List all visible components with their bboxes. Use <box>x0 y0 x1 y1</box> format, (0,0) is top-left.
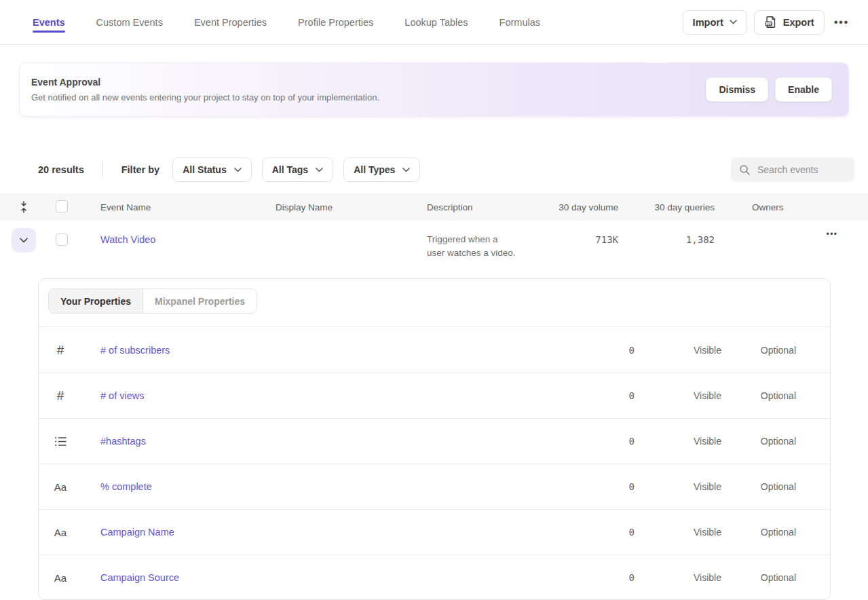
chevron-down-icon <box>402 168 410 172</box>
number-type-icon: # <box>39 343 82 358</box>
export-button-label: Export <box>783 17 814 28</box>
more-menu-icon[interactable]: ••• <box>831 10 852 35</box>
property-visibility: Visible <box>635 572 721 583</box>
events-table-header: Event Name Display Name Description 30 d… <box>0 193 868 221</box>
event-approval-banner: Event Approval Get notified on all new e… <box>19 62 849 117</box>
tags-filter-dropdown[interactable]: All Tags <box>262 157 333 182</box>
property-visibility: Visible <box>635 345 721 356</box>
chevron-down-icon <box>316 168 323 172</box>
property-requirement: Optional <box>721 390 796 401</box>
nav-tabs: Events Custom Events Event Properties Pr… <box>33 0 540 44</box>
search-input[interactable] <box>757 164 846 175</box>
types-filter-label: All Types <box>354 164 395 175</box>
property-value: 0 <box>553 390 635 401</box>
top-nav: Events Custom Events Event Properties Pr… <box>0 0 868 45</box>
status-filter-dropdown[interactable]: All Status <box>172 157 252 182</box>
properties-segmented-control: Your Properties Mixpanel Properties <box>48 288 257 314</box>
divider <box>102 161 103 179</box>
svg-text:csv: csv <box>766 22 772 26</box>
property-link[interactable]: # of views <box>82 390 144 401</box>
property-row: Aa % complete 0 Visible Optional <box>39 464 830 509</box>
banner-actions: Dismiss Enable <box>706 77 832 102</box>
collapse-all-icon[interactable] <box>0 201 48 213</box>
property-row: Aa Campaign Source 0 Visible Optional <box>39 555 830 600</box>
header-event-name: Event Name <box>88 202 263 212</box>
property-requirement: Optional <box>721 481 796 492</box>
banner-description: Get notified on all new events entering … <box>31 92 379 102</box>
chevron-down-icon <box>730 20 737 24</box>
tab-events[interactable]: Events <box>33 0 65 44</box>
property-visibility: Visible <box>635 436 721 447</box>
header-description: Description <box>415 202 544 212</box>
property-link[interactable]: % complete <box>82 481 152 492</box>
header-30-day-queries: 30 day queries <box>618 202 715 212</box>
enable-button[interactable]: Enable <box>775 77 832 102</box>
banner-title: Event Approval <box>31 77 379 88</box>
results-count: 20 results <box>38 164 84 175</box>
property-row: # # of subscribers 0 Visible Optional <box>39 327 830 373</box>
event-30-day-queries: 1,382 <box>618 234 715 245</box>
property-row: # # of views 0 Visible Optional <box>39 373 830 418</box>
tab-your-properties[interactable]: Your Properties <box>49 289 143 313</box>
property-value: 0 <box>553 436 635 447</box>
property-value: 0 <box>553 345 635 356</box>
list-type-icon <box>39 436 82 447</box>
property-link[interactable]: Campaign Name <box>82 527 174 538</box>
property-requirement: Optional <box>721 436 796 447</box>
property-requirement: Optional <box>721 345 796 356</box>
property-value: 0 <box>553 481 635 492</box>
property-visibility: Visible <box>635 481 721 492</box>
row-checkbox-cell <box>48 221 88 248</box>
csv-file-icon: csv <box>764 16 777 29</box>
property-link[interactable]: #hashtags <box>82 436 146 447</box>
filter-bar: 20 results Filter by All Status All Tags… <box>38 157 854 182</box>
export-button[interactable]: csv Export <box>754 10 825 35</box>
row-checkbox[interactable] <box>56 233 68 246</box>
banner-text: Event Approval Get notified on all new e… <box>31 77 379 102</box>
tab-profile-properties[interactable]: Profile Properties <box>298 0 373 44</box>
property-requirement: Optional <box>721 527 796 538</box>
tab-custom-events[interactable]: Custom Events <box>96 0 163 44</box>
text-type-icon: Aa <box>39 481 82 493</box>
property-visibility: Visible <box>635 527 721 538</box>
property-link[interactable]: Campaign Source <box>82 572 179 583</box>
tab-formulas[interactable]: Formulas <box>499 0 540 44</box>
text-type-icon: Aa <box>39 572 82 584</box>
nav-actions: Import csv Export ••• <box>683 0 852 44</box>
event-30-day-volume: 713K <box>544 234 618 245</box>
expander-cell <box>0 221 48 252</box>
select-all-checkbox[interactable] <box>56 200 68 212</box>
event-row-watch-video: Watch Video Triggered when a user watche… <box>0 221 868 278</box>
event-name-link[interactable]: Watch Video <box>88 234 155 245</box>
filter-by-label: Filter by <box>121 164 159 175</box>
search-box <box>731 157 854 182</box>
text-type-icon: Aa <box>39 527 82 538</box>
row-actions-icon[interactable]: ••• <box>796 229 868 239</box>
event-name-cell: Watch Video <box>88 221 263 246</box>
status-filter-label: All Status <box>183 164 227 175</box>
property-row: #hashtags 0 Visible Optional <box>39 418 830 464</box>
property-requirement: Optional <box>721 572 796 583</box>
search-icon <box>739 164 751 176</box>
event-description: Triggered when a user watches a video. <box>415 228 544 260</box>
header-30-day-volume: 30 day volume <box>544 202 618 212</box>
import-button-label: Import <box>693 17 723 28</box>
properties-panel: Your Properties Mixpanel Properties # # … <box>38 278 831 600</box>
tab-event-properties[interactable]: Event Properties <box>194 0 267 44</box>
property-value: 0 <box>553 572 635 583</box>
property-link[interactable]: # of subscribers <box>82 345 170 356</box>
property-row: Aa Campaign Name 0 Visible Optional <box>39 509 830 555</box>
tab-mixpanel-properties[interactable]: Mixpanel Properties <box>143 289 257 313</box>
types-filter-dropdown[interactable]: All Types <box>343 157 420 182</box>
tab-lookup-tables[interactable]: Lookup Tables <box>404 0 468 44</box>
properties-tabs: Your Properties Mixpanel Properties <box>39 279 830 327</box>
header-display-name: Display Name <box>263 202 415 212</box>
chevron-down-icon <box>234 168 242 172</box>
import-button[interactable]: Import <box>683 10 747 35</box>
number-type-icon: # <box>39 388 82 403</box>
property-visibility: Visible <box>635 390 721 401</box>
dismiss-button[interactable]: Dismiss <box>706 77 768 102</box>
header-checkbox-cell <box>48 200 88 214</box>
collapse-row-button[interactable] <box>12 228 36 252</box>
tags-filter-label: All Tags <box>272 164 308 175</box>
